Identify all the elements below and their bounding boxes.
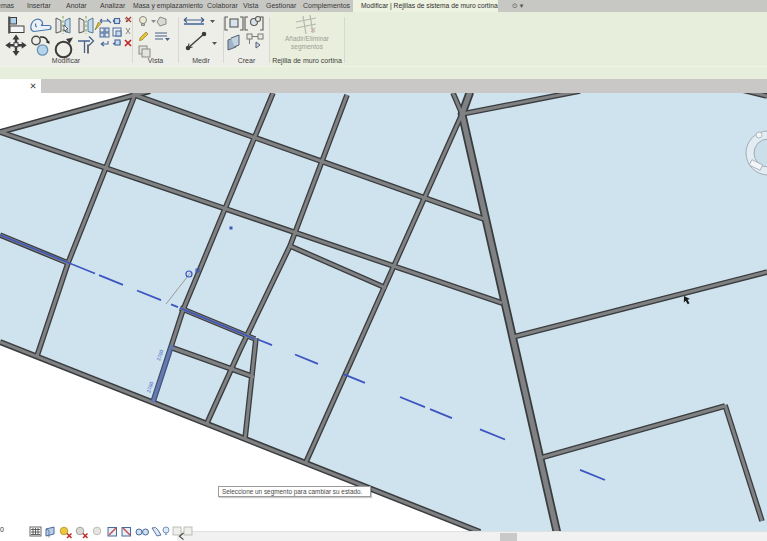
svg-text:Añadir/Eliminar: Añadir/Eliminar <box>285 35 330 42</box>
svg-text:segmentos: segmentos <box>291 43 324 51</box>
